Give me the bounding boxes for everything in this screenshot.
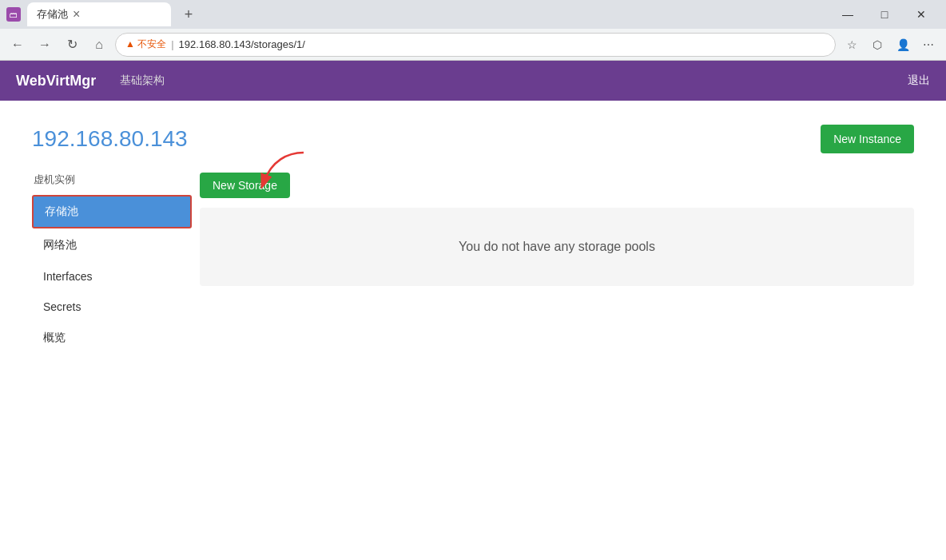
address-separator: | [171,38,173,50]
sidebar-item-secrets[interactable]: Secrets [32,292,192,321]
browser-tab[interactable]: 存储池 × [27,2,171,26]
window-maximize-button[interactable]: □ [866,2,903,27]
page-header: 192.168.80.143 New Instance [32,125,914,153]
home-button[interactable]: ⌂ [88,34,110,56]
storage-empty-message: You do not have any storage pools [200,208,914,286]
new-storage-area: New Storage [200,173,914,198]
url-input[interactable] [179,38,825,50]
address-bar[interactable]: ▲ 不安全 | [115,33,836,57]
content-area: New Storage You do not have any storage … [200,173,914,355]
security-warning-icon: ▲ 不安全 [125,38,166,51]
app-navbar: WebVirtMgr 基础架构 退出 [0,61,946,101]
sidebar: 虚机实例 存储池 网络池 Interfaces Secrets 概览 [32,173,192,355]
forward-button[interactable]: → [34,34,56,56]
sidebar-item-overview[interactable]: 概览 [32,323,192,353]
profile-button[interactable]: 👤 [892,34,914,56]
new-tab-button[interactable]: + [177,3,200,26]
bookmark-star-button[interactable]: ☆ [841,34,863,56]
extensions-button[interactable]: ⬡ [866,34,888,56]
sidebar-item-storage-pool[interactable]: 存储池 [32,195,192,228]
page-title: 192.168.80.143 [32,126,188,152]
window-close-button[interactable]: ✕ [903,2,940,27]
tab-close-button[interactable]: × [73,8,80,21]
tab-title: 存储池 [37,7,68,22]
menu-button[interactable]: ⋯ [917,34,940,56]
sidebar-item-network-pool[interactable]: 网络池 [32,230,192,260]
back-button[interactable]: ← [6,34,29,56]
nav-infrastructure-link[interactable]: 基础架构 [120,73,165,88]
arrow-indicator [248,149,312,192]
window-minimize-button[interactable]: — [829,2,866,27]
sidebar-section-title: 虚机实例 [32,173,192,187]
app-brand: WebVirtMgr [16,73,96,89]
reload-button[interactable]: ↻ [61,34,83,56]
tab-favicon: 🗃 [10,10,18,19]
new-instance-button[interactable]: New Instance [821,125,914,153]
sidebar-item-interfaces[interactable]: Interfaces [32,262,192,291]
logout-button[interactable]: 退出 [908,73,930,88]
